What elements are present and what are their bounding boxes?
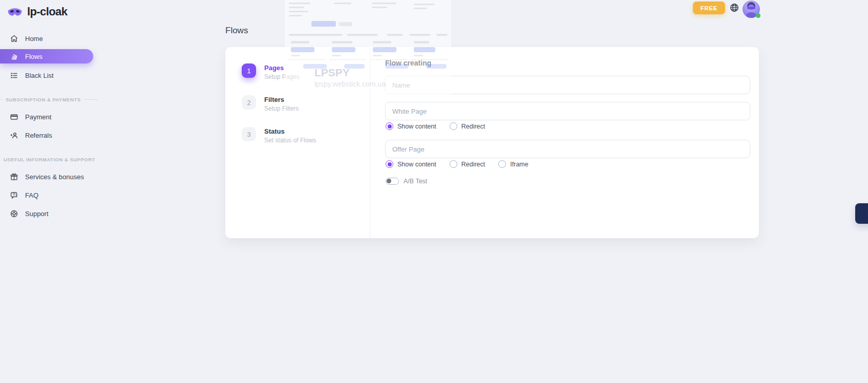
white-page-mode-radio-group: Show content Redirect	[386, 122, 485, 130]
step-subtitle: Setup Filters	[264, 105, 299, 112]
form-title: Flow creating	[385, 59, 431, 67]
globe-icon[interactable]	[729, 3, 739, 13]
toggle-knob	[387, 179, 391, 183]
online-status-dot	[756, 13, 760, 18]
svg-text:?!: ?!	[12, 193, 15, 196]
sidebar-item-flows[interactable]: Flows	[0, 49, 93, 63]
sidebar-item-label: Flows	[25, 53, 43, 60]
stepper-step-filters[interactable]: 2 Filters Setup Filters	[242, 95, 299, 112]
stepper-step-pages[interactable]: 1 Pages Setup Pages	[242, 63, 300, 80]
step-subtitle: Setup Pages	[264, 73, 300, 80]
step-number-badge: 1	[242, 63, 256, 78]
offer-page-input[interactable]	[385, 140, 750, 158]
radio-iframe[interactable]: Iframe	[498, 160, 528, 168]
step-subtitle: Set status of Flows	[264, 137, 316, 144]
step-title: Filters	[264, 96, 299, 103]
next-step-button[interactable]: Next step	[855, 203, 868, 224]
mask-icon	[7, 7, 23, 17]
sidebar-item-faq[interactable]: ?! FAQ	[0, 187, 102, 203]
radio-label: Iframe	[510, 161, 528, 168]
name-input[interactable]	[385, 76, 750, 94]
radio-label: Redirect	[461, 161, 485, 168]
step-number-badge: 3	[242, 127, 256, 141]
blacklist-icon	[10, 71, 18, 80]
radio-label: Show content	[397, 161, 436, 168]
sidebar-item-label: Home	[25, 35, 43, 42]
lifebuoy-icon	[10, 209, 18, 218]
offer-page-mode-radio-group: Show content Redirect Iframe	[386, 160, 528, 168]
radio-icon[interactable]	[450, 160, 457, 168]
sidebar-section-support: USEFUL INFORMATION & SUPPORT	[0, 157, 102, 162]
radio-icon[interactable]	[498, 160, 506, 168]
radio-icon[interactable]	[450, 122, 457, 130]
radio-icon[interactable]	[386, 160, 393, 168]
sidebar-nav: Home Flows Black List	[0, 31, 102, 221]
sidebar-item-payment[interactable]: Payment	[0, 109, 102, 124]
radio-icon[interactable]	[386, 122, 393, 130]
stepper-step-status[interactable]: 3 Status Set status of Flows	[242, 127, 316, 144]
sidebar-item-label: Support	[25, 210, 49, 218]
home-icon	[10, 34, 18, 43]
radio-show-content[interactable]: Show content	[386, 122, 436, 130]
radio-redirect[interactable]: Redirect	[450, 160, 485, 168]
sidebar-item-support[interactable]: Support	[0, 206, 102, 221]
sidebar-item-referrals[interactable]: Referrals	[0, 127, 102, 143]
step-number-badge: 2	[242, 95, 256, 110]
sidebar-item-label: Payment	[25, 113, 51, 121]
radio-label: Redirect	[461, 123, 485, 130]
radio-redirect[interactable]: Redirect	[450, 122, 485, 130]
plan-badge[interactable]: FREE	[693, 2, 725, 14]
ab-test-toggle[interactable]	[386, 178, 399, 185]
card-divider	[370, 47, 370, 238]
credit-card-icon	[10, 113, 18, 121]
ab-test-label: A/B Test	[404, 178, 427, 185]
section-label: SUBSCRIPTION & PAYMENTS	[6, 97, 81, 102]
sidebar-item-services-bonuses[interactable]: Services & bonuses	[0, 169, 102, 184]
page-title: Flows	[225, 26, 248, 36]
step-title: Status	[264, 127, 316, 135]
section-label: USEFUL INFORMATION & SUPPORT	[4, 157, 95, 162]
sidebar-item-label: Black List	[25, 72, 54, 79]
step-title: Pages	[264, 64, 300, 72]
flow-creating-form: Flow creating Show content Redirect Show…	[385, 47, 751, 238]
flows-icon	[10, 52, 18, 61]
brand-logo[interactable]: lp-cloak	[0, 0, 102, 18]
ab-test-toggle-row[interactable]: A/B Test	[386, 178, 427, 185]
avatar[interactable]	[743, 1, 760, 18]
radio-show-content[interactable]: Show content	[386, 160, 436, 168]
radio-label: Show content	[397, 123, 436, 130]
referrals-icon	[10, 131, 18, 140]
brand-name: lp-cloak	[27, 5, 67, 18]
sidebar-section-subscription: SUBSCRIPTION & PAYMENTS	[0, 97, 102, 102]
sidebar-item-label: FAQ	[25, 192, 38, 199]
sidebar: lp-cloak Home Flows	[0, 0, 102, 383]
white-page-input[interactable]	[385, 102, 750, 120]
sidebar-item-label: Services & bonuses	[25, 173, 84, 181]
sidebar-item-black-list[interactable]: Black List	[0, 68, 102, 83]
gift-icon	[10, 173, 18, 181]
faq-icon: ?!	[10, 191, 18, 200]
flow-creation-card: 1 Pages Setup Pages 2 Filters Setup Filt…	[225, 47, 759, 238]
sidebar-item-home[interactable]: Home	[0, 31, 102, 46]
sidebar-item-label: Referrals	[25, 132, 52, 139]
